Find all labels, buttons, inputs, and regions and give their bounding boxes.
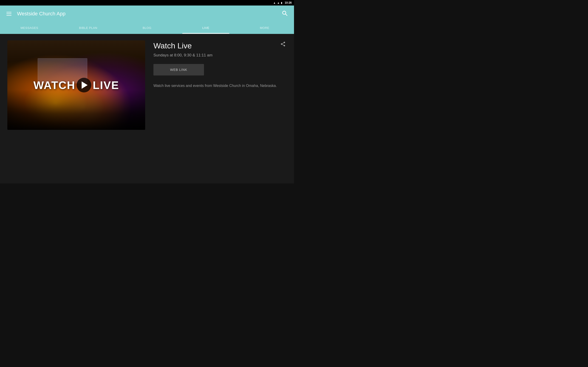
status-time: 10:26 [285,1,292,4]
hamburger-line-2 [6,14,11,14]
svg-point-3 [281,43,282,45]
play-triangle-icon [82,81,87,89]
wifi-icon: ▲ [273,1,276,4]
video-overlay-text: WATCH LIVE [33,78,119,92]
tab-bible-plan[interactable]: BIBLE PLAN [59,22,118,34]
schedule-text: Sundays at 8:00, 9:30 & 11:11 am [153,53,287,58]
play-button[interactable] [77,78,91,92]
watch-live-title: Watch Live [153,41,287,50]
app-title: Westside Church App [17,11,280,17]
tab-messages[interactable]: MESSAGES [0,22,59,34]
nav-tabs: MESSAGES BIBLE PLAN BLOG LIVE MORE [0,22,294,34]
search-icon [282,10,288,16]
svg-line-6 [282,43,284,44]
search-button[interactable] [280,8,289,19]
svg-line-5 [282,44,284,45]
hamburger-line-3 [6,15,11,16]
svg-line-1 [285,14,287,16]
app-bar: Westside Church App [0,6,294,22]
tab-blog[interactable]: BLOG [118,22,176,34]
description-text: Watch live services and events from West… [153,83,287,89]
video-text-watch: WATCH [33,79,75,92]
web-link-button[interactable]: WEB LINK [153,64,204,75]
hamburger-line-1 [6,12,11,12]
share-icon [280,41,286,47]
video-text-live: LIVE [93,79,119,92]
hamburger-menu-button[interactable] [5,10,13,17]
status-bar: ▲ ▲ ▮ 10:26 [0,0,294,6]
audience-overlay [7,90,145,130]
main-content: WATCH LIVE Watch Live Sundays at 8:00, 9… [0,34,294,184]
right-panel: Watch Live Sundays at 8:00, 9:30 & 11:11… [153,40,287,177]
battery-icon: ▮ [281,1,282,4]
svg-point-4 [284,45,285,46]
svg-point-2 [284,42,285,43]
video-thumbnail[interactable]: WATCH LIVE [7,40,145,130]
tab-live[interactable]: LIVE [176,22,235,34]
tab-more[interactable]: MORE [235,22,294,34]
share-button[interactable] [279,40,287,49]
signal-icon: ▲ [277,1,279,4]
